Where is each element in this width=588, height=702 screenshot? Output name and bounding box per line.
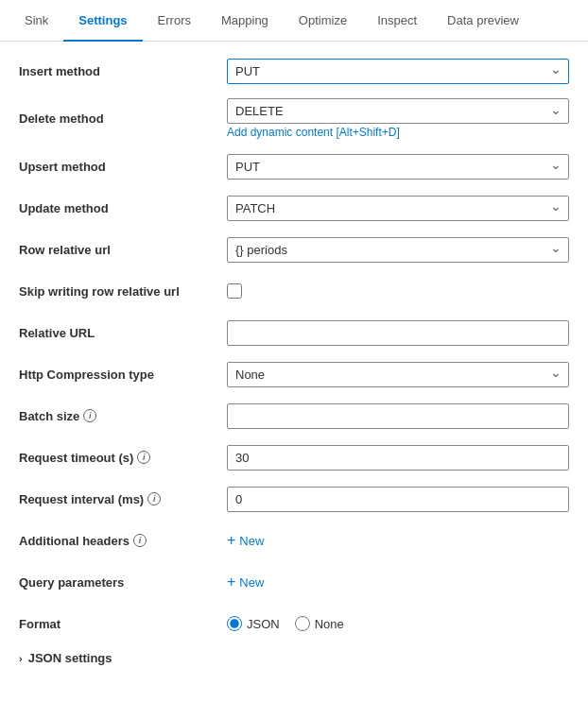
request-timeout-label: Request timeout (s) i xyxy=(19,451,227,465)
format-none-radio[interactable] xyxy=(295,616,310,631)
batch-size-info-icon[interactable]: i xyxy=(83,409,96,422)
skip-writing-row: Skip writing row relative url xyxy=(19,277,569,305)
upsert-method-select[interactable]: PUT POST PATCH DELETE xyxy=(227,154,569,180)
row-relative-url-control: {} periods xyxy=(227,237,569,263)
tab-data-preview[interactable]: Data preview xyxy=(432,0,534,41)
tab-mapping[interactable]: Mapping xyxy=(206,0,284,41)
format-control: JSON None xyxy=(227,616,569,631)
http-compression-select[interactable]: None Gzip Deflate xyxy=(227,362,569,387)
query-parameters-control: + New xyxy=(227,571,569,593)
delete-method-wrapper: DELETE PUT POST PATCH Add dynamic conten… xyxy=(227,98,569,139)
tab-errors[interactable]: Errors xyxy=(143,0,206,41)
relative-url-label: Relative URL xyxy=(19,326,227,340)
request-interval-info-icon[interactable]: i xyxy=(147,492,161,505)
format-none-option[interactable]: None xyxy=(295,616,344,631)
relative-url-input[interactable] xyxy=(227,320,569,346)
upsert-method-label: Upsert method xyxy=(19,160,227,174)
request-interval-control xyxy=(227,487,569,512)
row-relative-url-label: Row relative url xyxy=(19,243,227,257)
skip-writing-checkbox[interactable] xyxy=(227,283,242,299)
http-compression-row: Http Compression type None Gzip Deflate xyxy=(19,360,569,388)
format-label: Format xyxy=(19,617,227,631)
tab-optimize[interactable]: Optimize xyxy=(284,0,362,41)
skip-writing-control xyxy=(227,283,569,299)
additional-headers-control: + New xyxy=(227,529,569,552)
insert-method-control: PUT POST PATCH DELETE xyxy=(227,59,569,84)
http-compression-select-wrapper: None Gzip Deflate xyxy=(227,362,569,387)
delete-method-select[interactable]: DELETE PUT POST PATCH xyxy=(227,98,569,124)
upsert-method-select-wrapper: PUT POST PATCH DELETE xyxy=(227,154,569,180)
batch-size-label: Batch size i xyxy=(19,409,227,423)
relative-url-control xyxy=(227,320,569,346)
additional-headers-plus-icon: + xyxy=(227,533,235,548)
update-method-control: PATCH PUT POST DELETE xyxy=(227,196,569,221)
dynamic-content-link[interactable]: Add dynamic content [Alt+Shift+D] xyxy=(227,126,569,139)
tab-sink[interactable]: Sink xyxy=(9,0,63,41)
request-timeout-control xyxy=(227,445,569,471)
insert-method-select[interactable]: PUT POST PATCH DELETE xyxy=(227,59,569,84)
additional-headers-add-button[interactable]: + New xyxy=(227,529,264,552)
skip-writing-checkbox-wrapper xyxy=(227,283,569,299)
http-compression-control: None Gzip Deflate xyxy=(227,362,569,387)
tab-bar: SinkSettingsErrorsMappingOptimizeInspect… xyxy=(0,0,588,42)
request-timeout-row: Request timeout (s) i xyxy=(19,443,569,471)
batch-size-row: Batch size i xyxy=(19,402,569,430)
batch-size-input[interactable] xyxy=(227,403,569,429)
update-method-row: Update method PATCH PUT POST DELETE xyxy=(19,194,569,222)
row-relative-url-select-wrapper: {} periods xyxy=(227,237,569,263)
http-compression-label: Http Compression type xyxy=(19,368,227,382)
update-method-label: Update method xyxy=(19,201,227,215)
settings-content: Insert method PUT POST PATCH DELETE Dele… xyxy=(0,42,588,680)
json-settings-label: JSON settings xyxy=(28,651,112,665)
query-parameters-add-button[interactable]: + New xyxy=(227,571,264,593)
format-json-option[interactable]: JSON xyxy=(227,616,280,631)
query-parameters-label: Query parameters xyxy=(19,575,227,590)
upsert-method-control: PUT POST PATCH DELETE xyxy=(227,154,569,180)
request-interval-input[interactable] xyxy=(227,487,569,512)
json-settings-chevron-icon: › xyxy=(19,653,23,664)
tab-settings[interactable]: Settings xyxy=(63,0,142,41)
additional-headers-label: Additional headers i xyxy=(19,534,227,548)
query-parameters-plus-icon: + xyxy=(227,574,235,590)
request-interval-row: Request interval (ms) i xyxy=(19,485,569,513)
batch-size-control xyxy=(227,403,569,429)
format-json-radio[interactable] xyxy=(227,616,242,631)
format-radio-group: JSON None xyxy=(227,616,569,631)
row-relative-url-row: Row relative url {} periods xyxy=(19,235,569,264)
request-interval-label: Request interval (ms) i xyxy=(19,492,227,506)
update-method-select-wrapper: PATCH PUT POST DELETE xyxy=(227,196,569,221)
json-settings-row[interactable]: › JSON settings xyxy=(19,651,569,665)
format-row: Format JSON None xyxy=(19,609,569,638)
request-timeout-info-icon[interactable]: i xyxy=(137,451,150,464)
update-method-select[interactable]: PATCH PUT POST DELETE xyxy=(227,196,569,221)
upsert-method-row: Upsert method PUT POST PATCH DELETE xyxy=(19,152,569,180)
insert-method-select-wrapper: PUT POST PATCH DELETE xyxy=(227,59,569,84)
additional-headers-row: Additional headers i + New xyxy=(19,526,569,555)
query-parameters-row: Query parameters + New xyxy=(19,568,569,596)
request-timeout-input[interactable] xyxy=(227,445,569,471)
insert-method-label: Insert method xyxy=(19,64,227,78)
insert-method-row: Insert method PUT POST PATCH DELETE xyxy=(19,57,569,85)
additional-headers-info-icon[interactable]: i xyxy=(133,534,147,547)
relative-url-row: Relative URL xyxy=(19,318,569,347)
delete-method-row: Delete method DELETE PUT POST PATCH Add … xyxy=(19,98,569,139)
skip-writing-label: Skip writing row relative url xyxy=(19,284,227,299)
tab-inspect[interactable]: Inspect xyxy=(362,0,432,41)
delete-method-label: Delete method xyxy=(19,111,227,126)
row-relative-url-select[interactable]: {} periods xyxy=(227,237,569,263)
delete-method-control: DELETE PUT POST PATCH Add dynamic conten… xyxy=(227,98,569,139)
delete-method-select-wrapper: DELETE PUT POST PATCH xyxy=(227,98,569,124)
